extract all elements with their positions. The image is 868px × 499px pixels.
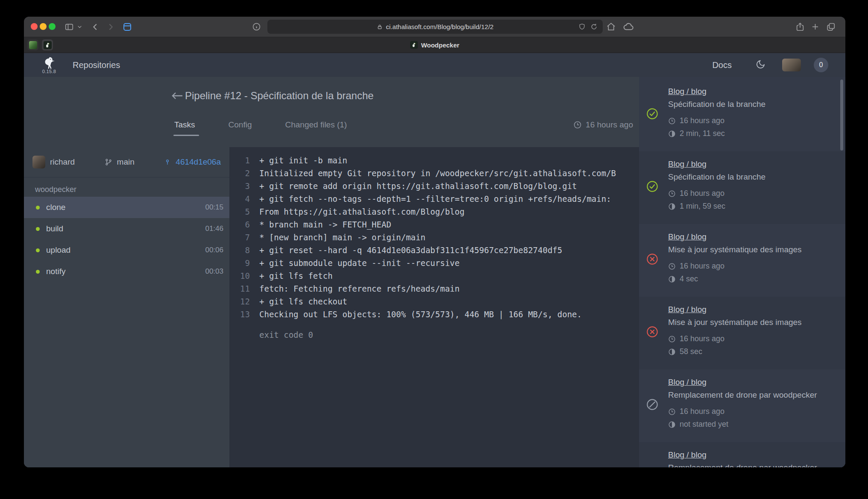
app-navbar: 0.15.8 Repositories Docs 0 [24, 53, 845, 77]
feed-duration-label: 2 min, 11 sec [680, 129, 725, 138]
line-number: 6 [229, 218, 250, 231]
pinned-tab-2[interactable] [42, 39, 53, 50]
chevron-down-icon[interactable] [77, 17, 82, 37]
new-tab-icon[interactable] [811, 17, 820, 37]
active-tab-underline [173, 135, 199, 136]
sidebar-toggle-icon[interactable] [65, 17, 74, 37]
home-icon[interactable] [606, 17, 616, 37]
feed-when: 16 hours ago [668, 116, 724, 125]
log-line: 2Initialized empty Git repository in /wo… [229, 167, 639, 180]
line-number: 13 [229, 308, 250, 321]
repo-link[interactable]: Blog / blog [668, 232, 707, 242]
active-tab[interactable]: Woodpecker [410, 37, 460, 53]
success-check-icon [646, 180, 658, 192]
line-number: 10 [229, 269, 250, 282]
failure-x-icon [646, 326, 658, 338]
log-line: 7* [new branch] main -> origin/main [229, 231, 639, 244]
woodpecker-bird-icon [42, 57, 56, 69]
line-number: 5 [229, 205, 250, 218]
feed-item[interactable]: Blog / blog Remplacement de drone par wo… [639, 442, 845, 467]
repo-link[interactable]: Blog / blog [668, 305, 707, 314]
clock-icon [668, 117, 676, 125]
clock-icon [573, 121, 582, 129]
tab-changed-files[interactable]: Changed files (1) [285, 120, 347, 130]
zoom-window-button[interactable] [49, 23, 56, 30]
feed-scrollbar[interactable] [840, 80, 843, 151]
reload-icon[interactable] [590, 20, 598, 34]
repo-link[interactable]: Blog / blog [668, 378, 707, 387]
woodpecker-app: 0.15.8 Repositories Docs 0 Pipeline #12 … [24, 53, 845, 467]
step-status-dot [36, 248, 40, 252]
feed-duration-label: 58 sec [680, 347, 702, 356]
woodpecker-logo[interactable]: 0.15.8 [42, 57, 56, 74]
feed-when-label: 16 hours ago [680, 334, 724, 343]
workflow-label: woodpecker [24, 185, 229, 194]
minimize-window-button[interactable] [40, 23, 47, 30]
pipeline-header: Pipeline #12 - Spécification de la branc… [24, 77, 639, 147]
step-time: 01:46 [205, 224, 223, 233]
line-number: 12 [229, 295, 250, 308]
step-row-notify[interactable]: notify 00:03 [24, 261, 229, 282]
feed-item[interactable]: Blog / blog Mise à jour systématique des… [639, 297, 845, 369]
repo-link[interactable]: Blog / blog [668, 159, 707, 169]
feed-duration: 2 min, 11 sec [668, 129, 725, 138]
plant-favicon [29, 41, 37, 49]
privacy-report-icon[interactable] [252, 17, 261, 37]
address-bar[interactable]: ci.athaliasoft.com/Blog/blog/build/12/2 [267, 20, 603, 34]
nav-docs[interactable]: Docs [712, 60, 732, 70]
repo-link[interactable]: Blog / blog [668, 450, 707, 460]
queue-counter-badge[interactable]: 0 [814, 58, 828, 72]
start-page-icon[interactable] [122, 17, 132, 37]
user-avatar[interactable] [782, 59, 801, 71]
feed-title: Mise à jour systématique des images [668, 245, 802, 254]
close-window-button[interactable] [31, 23, 38, 30]
steps-panel: richard main 4614d1e06a woodpecke [24, 147, 229, 467]
pipeline-time: 16 hours ago [573, 120, 633, 130]
tab-tasks[interactable]: Tasks [174, 120, 195, 130]
feed-item[interactable]: Blog / blog Remplacement de drone par wo… [639, 369, 845, 442]
commit-link[interactable]: 4614d1e06a [164, 157, 221, 167]
pipeline-title: Pipeline #12 - Spécification de la branc… [185, 90, 374, 102]
duration-icon [668, 275, 676, 283]
nav-repositories[interactable]: Repositories [73, 60, 120, 70]
branch-chip: main [105, 157, 135, 167]
extension-badge-icon[interactable] [578, 20, 586, 34]
forward-button[interactable] [106, 17, 115, 37]
woodpecker-favicon [410, 41, 418, 49]
feed-item[interactable]: Blog / blog Spécification de la branche … [639, 79, 845, 151]
step-row-build[interactable]: build 01:46 [24, 218, 229, 239]
repo-link[interactable]: Blog / blog [668, 87, 707, 96]
step-row-clone[interactable]: clone 00:15 [24, 197, 229, 218]
pipeline-time-label: 16 hours ago [586, 120, 633, 130]
share-icon[interactable] [795, 17, 805, 37]
feed-item[interactable]: Blog / blog Mise à jour systématique des… [639, 224, 845, 297]
line-text: fetch: Fetching reference refs/heads/mai… [259, 282, 639, 295]
step-name: notify [46, 267, 65, 276]
feed-when: 16 hours ago [668, 262, 724, 271]
line-text: Checking out LFS objects: 100% (573/573)… [259, 308, 639, 321]
back-arrow-icon[interactable] [171, 91, 184, 103]
step-row-upload[interactable]: upload 00:06 [24, 239, 229, 261]
pinned-tab-1[interactable] [27, 39, 38, 50]
author-avatar [32, 156, 45, 168]
cloud-icon[interactable] [623, 17, 634, 37]
line-number: 3 [229, 180, 250, 192]
dark-mode-toggle-icon[interactable] [756, 59, 766, 71]
browser-window: ci.athaliasoft.com/Blog/blog/build/12/2 [24, 17, 845, 467]
feed-title: Mise à jour systématique des images [668, 318, 802, 327]
back-button[interactable] [91, 17, 100, 37]
tab-overview-icon[interactable] [826, 17, 836, 37]
line-text: + git reset --hard -q 4614d1e06a3dabf311… [259, 244, 639, 257]
feed-duration-label: 1 min, 59 sec [680, 202, 725, 211]
failure-x-icon [646, 253, 658, 265]
tab-config[interactable]: Config [229, 120, 252, 130]
feed-item[interactable]: Blog / blog Spécification de la branche … [639, 151, 845, 224]
log-line: 10+ git lfs fetch [229, 269, 639, 282]
line-text: + git submodule update --init --recursiv… [259, 257, 639, 269]
log-line: 12+ git lfs checkout [229, 295, 639, 308]
commit-sha: 4614d1e06a [176, 157, 221, 167]
step-time: 00:06 [205, 246, 223, 254]
log-output: 1+ git init -b main 2Initialized empty G… [229, 147, 639, 467]
feed-duration: 1 min, 59 sec [668, 202, 725, 211]
author-chip: richard [32, 156, 75, 168]
